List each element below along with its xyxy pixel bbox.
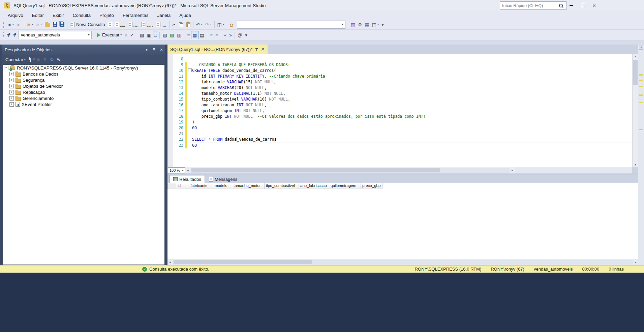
sql-toolbar-overflow[interactable]: ▾ [244,31,249,39]
save[interactable] [52,21,59,29]
code-line-12[interactable]: 12 fabricante VARCHAR(15) NOT NULL, [173,79,632,85]
code-line-18[interactable]: 18 preco_gbp INT NOT NULL --Os valores d… [173,113,632,119]
uncomment-selection[interactable]: ≡ [214,31,219,39]
change-connection[interactable] [11,31,18,39]
tools-options[interactable]: ⚙ [357,21,364,29]
code-line-22[interactable]: 22SELECT * FROM dados_vendas_de_carros [173,136,632,142]
tree-item-objetos-de-servidor[interactable]: +Objetos de Servidor [3,83,164,89]
editor-horizontal-scrollbar[interactable] [191,168,510,173]
code-line-11[interactable]: 11 id INT PRIMARY KEY IDENTITY, --Criand… [173,73,632,79]
split-view-button[interactable]: ≡ [639,46,643,50]
panel-splitter[interactable] [165,45,167,265]
column-header-id[interactable]: id [176,183,189,189]
template-parameters[interactable]: @ [236,31,244,39]
open-file[interactable] [43,21,52,29]
estimated-plan[interactable]: ▧ [139,31,146,39]
parse[interactable]: ✓ [129,31,135,39]
column-header-tipo_combustivel[interactable]: tipo_combustivel [265,183,299,189]
menu-item-editar[interactable]: Editar [28,11,48,20]
results-to-text[interactable]: ≡ [186,31,191,39]
auto-hide-pin-button[interactable] [150,46,158,53]
code-line-9[interactable]: 9-- CRIANDO A TABELA QUE RECEBERÁ OS DAD… [173,62,632,67]
toolbar-options-overflow[interactable]: ▾ [380,21,385,29]
minimize-button[interactable] [565,0,577,11]
find-combobox[interactable]: ▼ [237,21,345,29]
scroll-down-icon[interactable]: ▼ [633,162,638,167]
menu-item-ajuda[interactable]: Ajuda [175,11,195,20]
tree-item-gerenciamento[interactable]: +Gerenciamento [3,95,164,101]
xmla-query[interactable]: XMLA [140,21,155,29]
include-actual-plan[interactable]: ▧ [161,31,168,39]
expand-icon[interactable]: + [9,72,14,76]
collapse-icon[interactable]: − [4,66,8,70]
results-to-grid[interactable]: ▦ [191,31,198,39]
code-line-17[interactable]: 17 quilometragem INT NOT NULL, [173,108,632,113]
scroll-up-icon[interactable]: ▲ [633,54,638,59]
database-combo[interactable]: vendas_automoveis▼ [19,31,92,39]
scrollbar-thumb[interactable] [174,260,312,264]
paste[interactable] [185,21,192,29]
sql-editor[interactable]: 89-- CRIANDO A TABELA QUE RECEBERÁ OS DA… [167,54,632,167]
scroll-left-icon[interactable]: ◄ [185,169,190,172]
navigate-back[interactable]: ◄▾ [5,21,15,29]
close-button[interactable]: × [588,0,600,11]
toolbox[interactable]: ▦ [364,21,371,29]
menu-item-arquivo[interactable]: Arquivo [3,11,28,20]
tree-item-xevent-profiler[interactable]: +XEvent Profiler [3,101,164,107]
scrollbar-track[interactable] [173,260,633,265]
tab-pin-icon[interactable] [255,48,258,51]
code-line-23[interactable]: 23GO [173,142,632,148]
include-live-statistics[interactable]: ▧ [168,31,176,39]
intellisense-enabled[interactable]: □ [153,31,158,39]
results-to-file[interactable]: ▤ [198,31,206,39]
code-line-20[interactable]: 20GO [173,125,632,131]
zoom-combobox[interactable]: 100 % ▼ [168,167,185,173]
code-line-14[interactable]: 14 tamanho_motor DECIMAL(1,1) NOT NULL, [173,90,632,96]
tree-item-replicacao[interactable]: +Replicação [3,89,164,95]
expand-icon[interactable]: + [9,84,14,88]
quick-launch-search[interactable] [500,1,566,10]
code-line-19[interactable]: 19) [173,119,632,125]
connect-plug[interactable] [27,55,33,63]
restore-button[interactable] [577,0,588,11]
command-window[interactable]: ◰▾ [371,21,380,29]
scroll-right-icon[interactable]: ► [633,261,638,264]
mdx-query[interactable]: MDX [114,21,127,29]
column-header-quilometragem[interactable]: quilometragem [329,183,361,189]
column-header-preco_gbp[interactable]: preco_gbp [361,183,382,189]
code-line-16[interactable]: 16 ano_fabricacao INT NOT NULL, [173,102,632,108]
increase-indent[interactable]: » [228,31,233,39]
tree-item-bancos-de-dados[interactable]: +Bancos de Dados [3,71,164,77]
copy[interactable] [178,21,185,29]
tree-item-seguranca[interactable]: +Segurança [3,77,164,83]
results-tab-mensagens[interactable]: Mensagens [206,175,241,183]
include-client-statistics[interactable]: ▥ [176,31,183,39]
scroll-left-icon[interactable]: ◄ [167,261,173,264]
cancel-execute[interactable]: ■ [123,31,128,39]
column-header-ano_fabricacao[interactable]: ano_fabricacao [299,183,329,189]
tab-close-icon[interactable]: ✕ [261,47,265,52]
cut[interactable]: ✂ [171,21,178,29]
new-query[interactable]: Nova Consulta [69,21,106,29]
window-position-chevron-icon[interactable]: ▾ [143,46,150,53]
code-line-21[interactable]: 21 [173,131,632,136]
add-new-item[interactable]: ∗▾ [34,21,43,29]
refresh[interactable]: ↻ [49,55,55,63]
scrollbar-thumb[interactable] [191,168,440,172]
connect[interactable] [5,31,11,39]
dmx-query[interactable]: DMX [127,21,140,29]
menu-item-janela[interactable]: Janela [153,11,175,20]
column-header-tamanho_motor[interactable]: tamanho_motor [232,183,265,189]
menu-item-exibir[interactable]: Exibir [48,11,68,20]
code-line-13[interactable]: 13 modelo VARCHAR(20) NOT NULL, [173,85,632,90]
editor-vertical-scrollbar[interactable]: ▲ ▼ [632,54,638,167]
activity-monitor[interactable]: ∿ [55,55,62,63]
disconnect-plug[interactable] [33,55,36,63]
query-options[interactable]: ▣ [146,31,153,39]
query-document-tab[interactable]: SQLQuery1.sql - RO...(RONY\ronyv (67))* … [167,45,268,54]
column-header-fabricante[interactable]: fabricante [189,183,213,189]
menu-item-projeto[interactable]: Projeto [95,11,118,20]
scrollbar-thumb[interactable] [633,60,638,85]
expand-icon[interactable]: + [9,90,14,94]
expand-icon[interactable]: + [9,96,14,101]
